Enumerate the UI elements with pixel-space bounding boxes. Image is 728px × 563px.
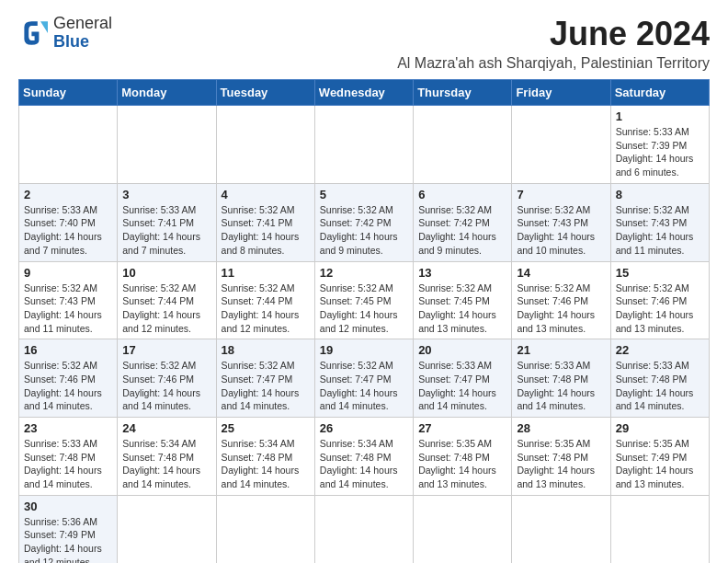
day-info: Sunrise: 5:32 AMSunset: 7:43 PMDaylight:…: [24, 282, 112, 336]
day-info: Sunrise: 5:36 AMSunset: 7:49 PMDaylight:…: [24, 515, 112, 563]
day-info: Sunrise: 5:34 AMSunset: 7:48 PMDaylight:…: [222, 437, 310, 491]
calendar-cell: 5Sunrise: 5:32 AMSunset: 7:42 PMDaylight…: [314, 183, 413, 261]
day-info: Sunrise: 5:33 AMSunset: 7:40 PMDaylight:…: [24, 203, 112, 258]
day-number: 19: [320, 343, 408, 357]
day-info: Sunrise: 5:32 AMSunset: 7:47 PMDaylight:…: [222, 359, 310, 413]
calendar-week-row: 23Sunrise: 5:33 AMSunset: 7:48 PMDayligh…: [19, 418, 710, 496]
calendar-cell: 3Sunrise: 5:33 AMSunset: 7:41 PMDaylight…: [118, 183, 216, 261]
weekday-header-thursday: Thursday: [414, 80, 512, 106]
day-number: 16: [24, 343, 112, 357]
calendar-cell: 25Sunrise: 5:34 AMSunset: 7:48 PMDayligh…: [216, 418, 314, 496]
page-header: General Blue June 2024 Al Mazra'ah ash S…: [18, 15, 710, 72]
day-number: 18: [222, 343, 310, 357]
location-subtitle: Al Mazra'ah ash Sharqiyah, Palestinian T…: [397, 55, 710, 72]
day-info: Sunrise: 5:32 AMSunset: 7:44 PMDaylight:…: [222, 282, 310, 336]
calendar-cell: 9Sunrise: 5:32 AMSunset: 7:43 PMDaylight…: [19, 261, 118, 339]
calendar-cell: 16Sunrise: 5:32 AMSunset: 7:46 PMDayligh…: [19, 339, 118, 418]
day-number: 22: [616, 343, 704, 357]
calendar-cell: 24Sunrise: 5:34 AMSunset: 7:48 PMDayligh…: [118, 418, 216, 496]
day-number: 24: [122, 421, 210, 435]
calendar-table: SundayMondayTuesdayWednesdayThursdayFrid…: [18, 79, 710, 563]
calendar-week-row: 1Sunrise: 5:33 AMSunset: 7:39 PMDaylight…: [19, 106, 710, 184]
calendar-cell: 1Sunrise: 5:33 AMSunset: 7:39 PMDaylight…: [610, 106, 709, 184]
weekday-header-monday: Monday: [118, 80, 216, 106]
calendar-cell: [19, 106, 118, 184]
day-number: 2: [24, 188, 112, 201]
title-area: June 2024 Al Mazra'ah ash Sharqiyah, Pal…: [397, 15, 710, 72]
day-number: 17: [122, 343, 210, 357]
day-info: Sunrise: 5:33 AMSunset: 7:47 PMDaylight:…: [418, 359, 506, 413]
calendar-cell: 21Sunrise: 5:33 AMSunset: 7:48 PMDayligh…: [512, 339, 610, 418]
weekday-header-saturday: Saturday: [610, 80, 709, 106]
day-number: 4: [222, 188, 310, 201]
calendar-cell: 17Sunrise: 5:32 AMSunset: 7:46 PMDayligh…: [118, 339, 216, 418]
calendar-header-row: SundayMondayTuesdayWednesdayThursdayFrid…: [19, 80, 710, 106]
day-info: Sunrise: 5:35 AMSunset: 7:48 PMDaylight:…: [418, 437, 506, 491]
day-number: 1: [616, 109, 704, 123]
day-number: 12: [320, 266, 408, 280]
day-info: Sunrise: 5:32 AMSunset: 7:45 PMDaylight:…: [320, 282, 408, 336]
calendar-cell: 18Sunrise: 5:32 AMSunset: 7:47 PMDayligh…: [216, 339, 314, 418]
weekday-header-tuesday: Tuesday: [216, 80, 314, 106]
day-number: 5: [320, 188, 408, 201]
calendar-cell: 14Sunrise: 5:32 AMSunset: 7:46 PMDayligh…: [512, 261, 610, 339]
day-number: 29: [616, 421, 704, 435]
calendar-cell: [118, 106, 216, 184]
day-number: 25: [222, 421, 310, 435]
generalblue-logo-icon: [18, 18, 48, 48]
calendar-cell: [314, 495, 413, 563]
day-info: Sunrise: 5:32 AMSunset: 7:45 PMDaylight:…: [418, 282, 506, 336]
calendar-cell: 11Sunrise: 5:32 AMSunset: 7:44 PMDayligh…: [216, 261, 314, 339]
day-number: 23: [24, 421, 112, 435]
day-number: 21: [517, 343, 605, 357]
calendar-cell: [314, 106, 413, 184]
calendar-cell: [512, 495, 610, 563]
day-number: 13: [418, 266, 506, 280]
day-info: Sunrise: 5:35 AMSunset: 7:48 PMDaylight:…: [517, 437, 605, 491]
day-info: Sunrise: 5:32 AMSunset: 7:47 PMDaylight:…: [320, 359, 408, 413]
day-number: 8: [616, 188, 704, 201]
day-number: 28: [517, 421, 605, 435]
calendar-cell: 12Sunrise: 5:32 AMSunset: 7:45 PMDayligh…: [314, 261, 413, 339]
day-info: Sunrise: 5:32 AMSunset: 7:42 PMDaylight:…: [418, 203, 506, 258]
day-number: 3: [122, 188, 210, 201]
day-info: Sunrise: 5:32 AMSunset: 7:46 PMDaylight:…: [517, 282, 605, 336]
calendar-cell: 15Sunrise: 5:32 AMSunset: 7:46 PMDayligh…: [610, 261, 709, 339]
calendar-cell: 2Sunrise: 5:33 AMSunset: 7:40 PMDaylight…: [19, 183, 118, 261]
day-info: Sunrise: 5:32 AMSunset: 7:41 PMDaylight:…: [222, 203, 310, 258]
day-number: 20: [418, 343, 506, 357]
calendar-cell: [414, 495, 512, 563]
day-number: 27: [418, 421, 506, 435]
day-info: Sunrise: 5:32 AMSunset: 7:44 PMDaylight:…: [122, 282, 210, 336]
calendar-week-row: 16Sunrise: 5:32 AMSunset: 7:46 PMDayligh…: [19, 339, 710, 418]
day-info: Sunrise: 5:32 AMSunset: 7:42 PMDaylight:…: [320, 203, 408, 258]
calendar-cell: 30Sunrise: 5:36 AMSunset: 7:49 PMDayligh…: [19, 495, 118, 563]
calendar-cell: 28Sunrise: 5:35 AMSunset: 7:48 PMDayligh…: [512, 418, 610, 496]
day-number: 26: [320, 421, 408, 435]
day-number: 14: [517, 266, 605, 280]
logo-text: General Blue: [53, 15, 112, 52]
day-info: Sunrise: 5:33 AMSunset: 7:41 PMDaylight:…: [122, 203, 210, 258]
main-title: June 2024: [397, 15, 710, 53]
weekday-header-wednesday: Wednesday: [314, 80, 413, 106]
weekday-header-sunday: Sunday: [19, 80, 118, 106]
calendar-cell: 4Sunrise: 5:32 AMSunset: 7:41 PMDaylight…: [216, 183, 314, 261]
calendar-cell: 6Sunrise: 5:32 AMSunset: 7:42 PMDaylight…: [414, 183, 512, 261]
calendar-cell: [216, 106, 314, 184]
calendar-cell: [118, 495, 216, 563]
calendar-cell: 23Sunrise: 5:33 AMSunset: 7:48 PMDayligh…: [19, 418, 118, 496]
day-number: 9: [24, 266, 112, 280]
day-info: Sunrise: 5:32 AMSunset: 7:46 PMDaylight:…: [616, 282, 704, 336]
calendar-cell: [610, 495, 709, 563]
day-info: Sunrise: 5:32 AMSunset: 7:46 PMDaylight:…: [24, 359, 112, 413]
day-number: 30: [24, 500, 112, 513]
day-info: Sunrise: 5:34 AMSunset: 7:48 PMDaylight:…: [122, 437, 210, 491]
day-number: 7: [517, 188, 605, 201]
day-info: Sunrise: 5:33 AMSunset: 7:48 PMDaylight:…: [517, 359, 605, 413]
day-info: Sunrise: 5:34 AMSunset: 7:48 PMDaylight:…: [320, 437, 408, 491]
calendar-cell: 10Sunrise: 5:32 AMSunset: 7:44 PMDayligh…: [118, 261, 216, 339]
calendar-cell: 7Sunrise: 5:32 AMSunset: 7:43 PMDaylight…: [512, 183, 610, 261]
day-info: Sunrise: 5:33 AMSunset: 7:48 PMDaylight:…: [24, 437, 112, 491]
weekday-header-friday: Friday: [512, 80, 610, 106]
calendar-cell: [216, 495, 314, 563]
